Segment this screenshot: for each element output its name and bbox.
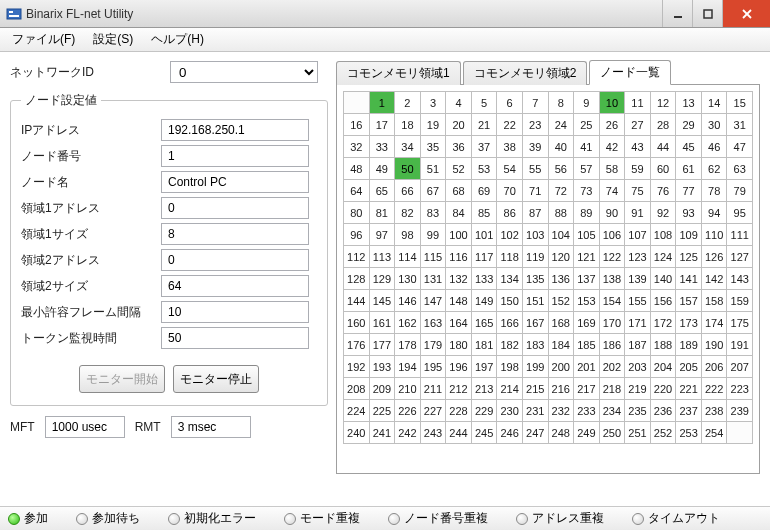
node-cell[interactable]: 218 bbox=[599, 378, 625, 400]
node-cell[interactable]: 142 bbox=[701, 268, 727, 290]
node-cell[interactable]: 36 bbox=[446, 136, 472, 158]
node-cell[interactable]: 155 bbox=[625, 290, 651, 312]
node-cell[interactable]: 72 bbox=[548, 180, 574, 202]
node-cell[interactable]: 121 bbox=[574, 246, 600, 268]
node-cell[interactable]: 251 bbox=[625, 422, 651, 444]
node-cell[interactable]: 19 bbox=[420, 114, 446, 136]
node-cell[interactable]: 106 bbox=[599, 224, 625, 246]
node-cell[interactable]: 120 bbox=[548, 246, 574, 268]
node-cell[interactable]: 11 bbox=[625, 92, 651, 114]
node-cell[interactable]: 139 bbox=[625, 268, 651, 290]
monitor-stop-button[interactable]: モニター停止 bbox=[173, 365, 259, 393]
node-cell[interactable]: 104 bbox=[548, 224, 574, 246]
node-cell[interactable]: 152 bbox=[548, 290, 574, 312]
node-cell[interactable]: 58 bbox=[599, 158, 625, 180]
node-cell[interactable]: 26 bbox=[599, 114, 625, 136]
node-cell[interactable]: 162 bbox=[395, 312, 421, 334]
node-cell[interactable]: 9 bbox=[574, 92, 600, 114]
node-cell[interactable]: 71 bbox=[522, 180, 548, 202]
node-cell[interactable]: 70 bbox=[497, 180, 523, 202]
node-cell[interactable]: 222 bbox=[701, 378, 727, 400]
node-cell[interactable]: 216 bbox=[548, 378, 574, 400]
node-cell[interactable]: 97 bbox=[369, 224, 395, 246]
node-cell[interactable]: 18 bbox=[395, 114, 421, 136]
node-cell[interactable]: 250 bbox=[599, 422, 625, 444]
node-cell[interactable]: 145 bbox=[369, 290, 395, 312]
node-cell[interactable]: 174 bbox=[701, 312, 727, 334]
node-cell[interactable]: 64 bbox=[344, 180, 370, 202]
node-cell[interactable]: 113 bbox=[369, 246, 395, 268]
node-cell[interactable]: 211 bbox=[420, 378, 446, 400]
node-cell[interactable]: 98 bbox=[395, 224, 421, 246]
monitor-start-button[interactable]: モニター開始 bbox=[79, 365, 165, 393]
node-cell[interactable]: 84 bbox=[446, 202, 472, 224]
node-cell[interactable]: 99 bbox=[420, 224, 446, 246]
node-cell[interactable]: 166 bbox=[497, 312, 523, 334]
node-cell[interactable]: 101 bbox=[471, 224, 497, 246]
node-cell[interactable] bbox=[727, 422, 753, 444]
node-cell[interactable]: 35 bbox=[420, 136, 446, 158]
node-cell[interactable]: 215 bbox=[522, 378, 548, 400]
node-cell[interactable]: 24 bbox=[548, 114, 574, 136]
node-cell[interactable]: 150 bbox=[497, 290, 523, 312]
node-cell[interactable]: 21 bbox=[471, 114, 497, 136]
node-cell[interactable]: 149 bbox=[471, 290, 497, 312]
node-cell[interactable]: 77 bbox=[676, 180, 702, 202]
node-cell[interactable]: 226 bbox=[395, 400, 421, 422]
node-cell[interactable]: 55 bbox=[522, 158, 548, 180]
menu-settings[interactable]: 設定(S) bbox=[87, 29, 139, 50]
node-cell[interactable]: 233 bbox=[574, 400, 600, 422]
node-cell[interactable]: 63 bbox=[727, 158, 753, 180]
node-cell[interactable]: 154 bbox=[599, 290, 625, 312]
node-cell[interactable]: 5 bbox=[471, 92, 497, 114]
node-cell[interactable]: 171 bbox=[625, 312, 651, 334]
node-cell[interactable]: 42 bbox=[599, 136, 625, 158]
node-cell[interactable]: 78 bbox=[701, 180, 727, 202]
node-cell[interactable]: 180 bbox=[446, 334, 472, 356]
node-cell[interactable]: 16 bbox=[344, 114, 370, 136]
node-cell[interactable]: 186 bbox=[599, 334, 625, 356]
node-cell[interactable]: 223 bbox=[727, 378, 753, 400]
node-cell[interactable]: 127 bbox=[727, 246, 753, 268]
node-cell[interactable]: 246 bbox=[497, 422, 523, 444]
node-cell[interactable]: 119 bbox=[522, 246, 548, 268]
node-cell[interactable]: 103 bbox=[522, 224, 548, 246]
node-cell[interactable]: 244 bbox=[446, 422, 472, 444]
node-cell[interactable]: 22 bbox=[497, 114, 523, 136]
node-cell[interactable]: 45 bbox=[676, 136, 702, 158]
node-cell[interactable]: 91 bbox=[625, 202, 651, 224]
node-cell[interactable]: 131 bbox=[420, 268, 446, 290]
node-cell[interactable]: 53 bbox=[471, 158, 497, 180]
node-cell[interactable]: 231 bbox=[522, 400, 548, 422]
node-cell[interactable]: 69 bbox=[471, 180, 497, 202]
node-cell[interactable]: 135 bbox=[522, 268, 548, 290]
node-cell[interactable]: 129 bbox=[369, 268, 395, 290]
node-cell[interactable]: 59 bbox=[625, 158, 651, 180]
node-cell[interactable]: 214 bbox=[497, 378, 523, 400]
node-cell[interactable]: 252 bbox=[650, 422, 676, 444]
node-cell[interactable]: 203 bbox=[625, 356, 651, 378]
node-cell[interactable]: 95 bbox=[727, 202, 753, 224]
node-cell[interactable]: 205 bbox=[676, 356, 702, 378]
node-cell[interactable]: 111 bbox=[727, 224, 753, 246]
area1addr-input[interactable] bbox=[161, 197, 309, 219]
node-cell[interactable]: 93 bbox=[676, 202, 702, 224]
node-cell[interactable]: 13 bbox=[676, 92, 702, 114]
node-cell[interactable]: 87 bbox=[522, 202, 548, 224]
node-cell[interactable]: 1 bbox=[369, 92, 395, 114]
node-cell[interactable]: 204 bbox=[650, 356, 676, 378]
node-cell[interactable] bbox=[344, 92, 370, 114]
node-cell[interactable]: 126 bbox=[701, 246, 727, 268]
area1size-input[interactable] bbox=[161, 223, 309, 245]
network-id-select[interactable]: 0 bbox=[170, 61, 318, 83]
node-cell[interactable]: 151 bbox=[522, 290, 548, 312]
node-cell[interactable]: 10 bbox=[599, 92, 625, 114]
node-cell[interactable]: 15 bbox=[727, 92, 753, 114]
node-cell[interactable]: 201 bbox=[574, 356, 600, 378]
node-cell[interactable]: 234 bbox=[599, 400, 625, 422]
node-cell[interactable]: 194 bbox=[395, 356, 421, 378]
node-cell[interactable]: 230 bbox=[497, 400, 523, 422]
node-cell[interactable]: 148 bbox=[446, 290, 472, 312]
node-cell[interactable]: 181 bbox=[471, 334, 497, 356]
node-cell[interactable]: 136 bbox=[548, 268, 574, 290]
